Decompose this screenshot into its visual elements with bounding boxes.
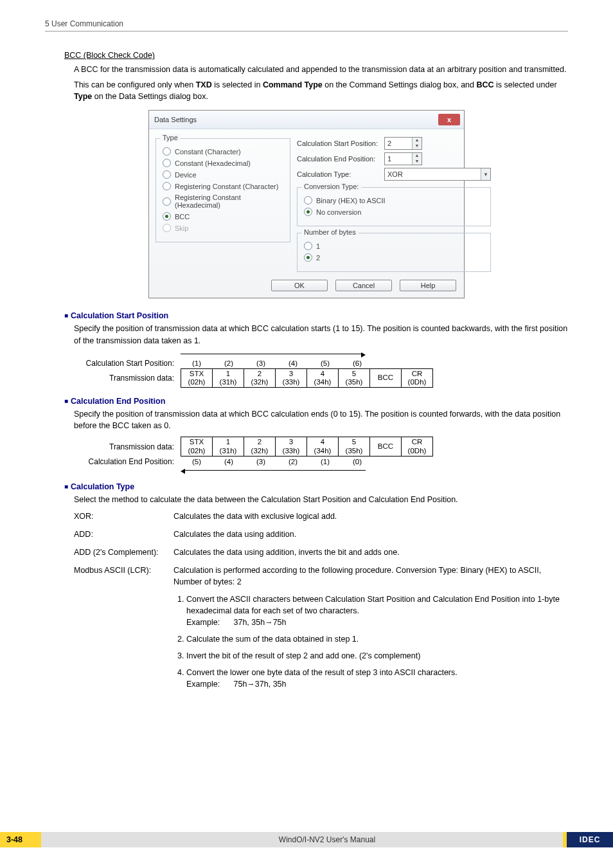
calc-end-text: Specify the position of transmission dat… — [74, 408, 568, 431]
transmission-data-label: Transmission data: — [64, 368, 181, 388]
calc-start-text: Specify the position of transmission dat… — [74, 323, 568, 346]
calc-end-heading: ■Calculation End Position — [64, 397, 568, 406]
type-constant-hex[interactable]: Constant (Hexadecimal) — [163, 159, 285, 167]
header-rule — [45, 31, 568, 32]
help-button[interactable]: Help — [400, 280, 456, 291]
type-skip: Skip — [163, 224, 285, 232]
type-reg-const-hex[interactable]: Registering Constant (Hexadecimal) — [163, 194, 285, 209]
bcc-title: BCC (Block Check Code) — [64, 51, 568, 60]
chevron-down-icon[interactable]: ▼ — [413, 143, 422, 149]
type-legend: Type — [160, 134, 181, 141]
calc-type-combo[interactable]: XOR ▼ — [384, 168, 491, 181]
conversion-type-fieldset: Conversion Type: Binary (HEX) to ASCII N… — [297, 187, 491, 226]
ok-button[interactable]: OK — [271, 280, 328, 291]
number-of-bytes-fieldset: Number of bytes 1 2 — [297, 233, 491, 272]
bcc-para1: A BCC for the transmission data is autom… — [74, 64, 568, 75]
manual-title: WindO/I-NV2 User's Manual — [41, 832, 613, 847]
nbytes-2[interactable]: 2 — [304, 253, 485, 262]
section-running-head: 5 User Communication — [45, 19, 568, 28]
end-data-cells: STX(02h) 1(31h) 2(32h) 3(33h) 4(34h) 5(3… — [181, 437, 433, 456]
bcc-para2: This can be configured only when TXD is … — [74, 79, 568, 102]
calc-type-text: Select the method to calculate the data … — [74, 494, 568, 505]
calc-type-heading: ■Calculation Type — [64, 482, 568, 491]
type-bcc[interactable]: BCC — [163, 212, 285, 221]
calc-start-spinner[interactable]: 2 ▲▼ — [384, 137, 422, 150]
nbytes-1[interactable]: 1 — [304, 242, 485, 250]
calc-start-label: Calculation Start Position: — [297, 140, 380, 147]
data-settings-dialog: Data Settings x Type Constant (Character… — [148, 110, 465, 298]
calc-type-modbus: Modbus ASCII (LCR): Calculation is perfo… — [74, 565, 568, 695]
type-constant-char[interactable]: Constant (Character) — [163, 147, 285, 156]
chevron-down-icon[interactable]: ▼ — [413, 159, 422, 165]
brand-logo: IDEC — [563, 832, 613, 847]
type-device[interactable]: Device — [163, 170, 285, 179]
calc-type-add: ADD: Calculates the data using addition. — [74, 529, 568, 540]
chevron-down-icon[interactable]: ▼ — [481, 168, 490, 180]
type-reg-const-char[interactable]: Registering Constant (Character) — [163, 182, 285, 190]
number-of-bytes-legend: Number of bytes — [301, 228, 359, 236]
calc-start-heading: ■Calculation Start Position — [64, 311, 568, 320]
conversion-type-legend: Conversion Type: — [301, 183, 361, 190]
modbus-steps: Convert the ASCII characters between Cal… — [173, 593, 568, 691]
calc-type-add2c: ADD (2's Complement): Calculates the dat… — [74, 547, 568, 558]
calc-end-label: Calculation End Position: — [297, 155, 380, 163]
dialog-title: Data Settings — [154, 116, 197, 123]
start-data-cells: STX(02h) 1(31h) 2(32h) 3(33h) 4(34h) 5(3… — [181, 368, 433, 388]
page-number: 3-48 — [0, 832, 48, 847]
transmission-data-label: Transmission data: — [64, 437, 181, 456]
cancel-button[interactable]: Cancel — [335, 280, 392, 291]
type-fieldset: Type Constant (Character) Constant (Hexa… — [155, 138, 290, 242]
conv-no-conversion[interactable]: No conversion — [304, 208, 485, 216]
calc-type-xor: XOR: Calculates the data with exclusive … — [74, 511, 568, 522]
conv-binary-to-ascii[interactable]: Binary (HEX) to ASCII — [304, 196, 485, 204]
calc-end-spinner[interactable]: 1 ▲▼ — [384, 152, 422, 165]
calc-start-row-label: Calculation Start Position: — [64, 358, 181, 368]
chevron-up-icon[interactable]: ▲ — [413, 153, 422, 159]
chevron-up-icon[interactable]: ▲ — [413, 138, 422, 143]
close-icon[interactable]: x — [438, 114, 460, 125]
calc-type-label: Calculation Type: — [297, 170, 380, 178]
calc-end-row-label: Calculation End Position: — [64, 457, 181, 467]
page-footer: 3-48 WindO/I-NV2 User's Manual IDEC — [0, 832, 613, 850]
